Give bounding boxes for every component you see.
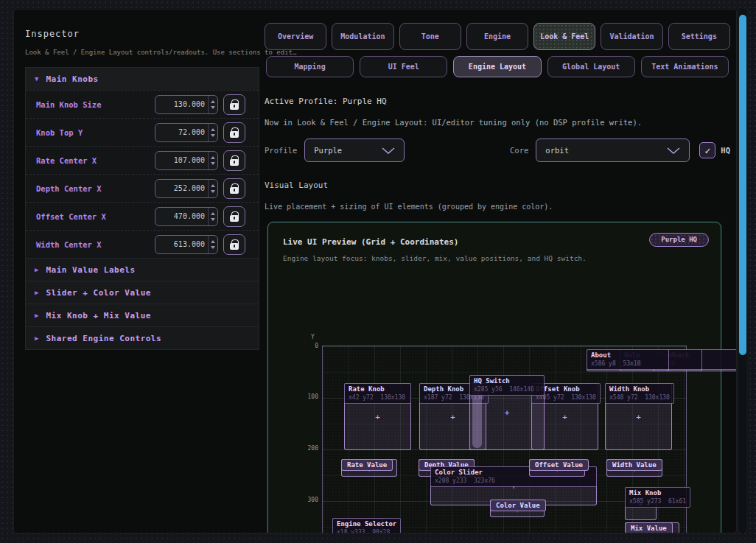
width-knob-box-coords: x548 y72 130x130 <box>609 394 670 401</box>
step-down-icon[interactable] <box>211 246 215 249</box>
lock-icon <box>230 215 239 222</box>
lock-button[interactable] <box>223 94 245 115</box>
row-knob-top-y: Knob Top Y 72.000 <box>26 118 259 146</box>
tab-look-and-feel[interactable]: Look & Feel <box>533 23 595 50</box>
tab-engine-layout[interactable]: Engine Layout <box>453 56 541 77</box>
step-up-icon[interactable] <box>211 100 215 103</box>
lock-button[interactable] <box>223 206 245 227</box>
tab-settings[interactable]: Settings <box>668 23 730 50</box>
about-box-header: Aboutx586 y8 53x18 <box>587 349 669 370</box>
engine-selector-box[interactable]: Engine Selectorx18 y333 98x28 <box>332 518 383 533</box>
layout-canvas[interactable]: Y 0 100 200 300 Feedback53x18Help53x18Ab… <box>322 346 687 533</box>
mix-value-box[interactable]: Mix Value <box>625 522 679 533</box>
y-axis-label: Y <box>311 334 315 340</box>
param-label: Rate Center X <box>36 156 155 165</box>
row-rate-center-x: Rate Center X 107.000 <box>26 146 259 174</box>
rate-knob-box-coords: x42 y72 130x130 <box>349 394 407 401</box>
center-crosshair-icon: + <box>450 412 455 421</box>
visual-layout-subtitle: Live placement + sizing of UI elements (… <box>265 203 730 211</box>
core-select-value: orbit <box>545 146 569 155</box>
step-up-icon[interactable] <box>211 128 215 131</box>
offset-center-x-input[interactable]: 470.000 <box>155 207 218 226</box>
rate-value-box[interactable]: Rate Value+ <box>341 459 397 477</box>
section-header-main-value-labels[interactable]: ▶ Main Value Labels <box>26 258 259 281</box>
y-tick-200: 200 <box>299 445 318 452</box>
mix-value-box-label: Mix Value <box>625 522 673 533</box>
about-box[interactable]: Aboutx586 y8 53x18 <box>587 349 669 371</box>
visual-layout-title: Visual Layout <box>265 181 730 190</box>
section-header-mix-knob-mix-value[interactable]: ▶ Mix Knob + Mix Value <box>26 304 259 326</box>
profile-select[interactable]: Purple <box>304 139 405 162</box>
stepper-arrows[interactable] <box>208 124 217 141</box>
step-down-icon[interactable] <box>211 134 215 137</box>
step-down-icon[interactable] <box>211 162 215 165</box>
step-up-icon[interactable] <box>211 184 215 187</box>
step-down-icon[interactable] <box>211 190 215 193</box>
hq-switch-box-coords: x285 y56 146x146 <box>474 386 540 393</box>
tab-global-layout[interactable]: Global Layout <box>547 56 635 77</box>
width-knob-box[interactable]: Width Knobx548 y72 130x130+ <box>605 383 672 450</box>
caret-right-icon: ▶ <box>35 312 38 319</box>
lock-button[interactable] <box>223 234 245 255</box>
hq-switch-box[interactable]: HQ Switchx285 y56 146x146+ <box>469 375 545 450</box>
mix-knob-box[interactable]: Mix Knobx585 y273 61x61+ <box>625 487 657 520</box>
stepper-arrows[interactable] <box>208 208 217 225</box>
step-up-icon[interactable] <box>211 156 215 159</box>
param-label: Main Knob Size <box>36 100 155 109</box>
width-center-x-input[interactable]: 613.000 <box>155 235 218 254</box>
center-crosshair-icon: + <box>562 412 567 421</box>
step-down-icon[interactable] <box>211 106 215 109</box>
offset-value-box-label: Offset Value <box>529 459 589 471</box>
core-label: Core <box>510 146 528 155</box>
tab-overview[interactable]: Overview <box>265 23 326 50</box>
tab-tone[interactable]: Tone <box>399 23 461 50</box>
lock-icon <box>230 131 239 138</box>
lock-button[interactable] <box>223 122 245 143</box>
step-up-icon[interactable] <box>211 240 215 243</box>
inspector-sidebar: Inspector Look & Feel / Engine Layout co… <box>25 20 259 350</box>
knob-top-y-input[interactable]: 72.000 <box>155 123 218 142</box>
depth-center-x-input[interactable]: 252.000 <box>155 179 218 198</box>
row-depth-center-x: Depth Center X 252.000 <box>26 174 259 202</box>
rate-center-x-input[interactable]: 107.000 <box>155 151 218 170</box>
lock-button[interactable] <box>223 150 245 171</box>
engine-selector-box-coords: x18 y333 98x28 <box>337 529 396 533</box>
hq-checkbox[interactable]: ✓ <box>699 142 715 158</box>
color-value-box[interactable]: Color Value+ <box>490 500 545 517</box>
step-down-icon[interactable] <box>211 218 215 221</box>
hq-switch-box-label: HQ Switch <box>474 377 540 385</box>
section-header-slider-color-value[interactable]: ▶ Slider + Color Value <box>26 281 259 304</box>
active-profile-text: Active Profile: Purple HQ <box>265 97 730 106</box>
profile-badge: Purple HQ <box>649 233 709 247</box>
tab-validation[interactable]: Validation <box>601 23 662 50</box>
y-tick-300: 300 <box>299 497 318 503</box>
step-up-icon[interactable] <box>211 212 215 215</box>
section-header-shared-engine-controls[interactable]: ▶ Shared Engine Controls <box>26 326 259 349</box>
lock-icon <box>230 103 239 110</box>
center-crosshair-icon: + <box>505 408 510 418</box>
rate-knob-box[interactable]: Rate Knobx42 y72 130x130+ <box>344 383 411 450</box>
lock-icon <box>230 187 239 194</box>
tab-mapping[interactable]: Mapping <box>266 56 354 77</box>
tab-ui-feel[interactable]: UI Feel <box>360 56 447 77</box>
section-label: Shared Engine Controls <box>46 334 161 343</box>
stepper-arrows[interactable] <box>208 236 217 253</box>
mode-note-text: Now in Look & Feel / Engine Layout: UI/e… <box>265 118 730 127</box>
page-scrollbar-thumb[interactable] <box>739 15 746 355</box>
stepper-arrows[interactable] <box>208 96 217 113</box>
lock-icon <box>230 159 239 166</box>
offset-value-box[interactable]: Offset Value+ <box>529 459 585 477</box>
tab-modulation[interactable]: Modulation <box>332 23 393 50</box>
width-value-box[interactable]: Width Value+ <box>606 459 662 477</box>
input-value: 613.000 <box>155 236 208 253</box>
preview-title: Live UI Preview (Grid + Coordinates) <box>283 237 458 247</box>
section-header-main-knobs[interactable]: ▼ Main Knobs <box>26 68 259 90</box>
tab-text-animations[interactable]: Text Animations <box>641 56 729 77</box>
stepper-arrows[interactable] <box>208 152 217 169</box>
lock-button[interactable] <box>223 178 245 199</box>
main-knob-size-input[interactable]: 130.000 <box>155 95 218 114</box>
stepper-arrows[interactable] <box>208 180 217 197</box>
tab-engine[interactable]: Engine <box>466 23 528 50</box>
param-label: Knob Top Y <box>36 128 155 137</box>
core-select[interactable]: orbit <box>536 139 690 162</box>
